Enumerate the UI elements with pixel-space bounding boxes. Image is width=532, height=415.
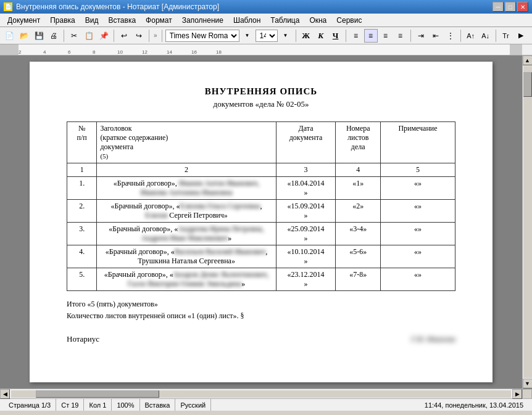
cell-note-2: «» [381, 200, 455, 223]
numrow-1: 1 [67, 163, 97, 177]
size-dropdown-icon[interactable]: ▼ [279, 29, 293, 43]
cell-desc-2: «Брачный договор», «Елизова Ольга Сергее… [97, 200, 276, 223]
table-row: 4. «Брачный договор», «Васильев Василий … [67, 245, 455, 268]
th-num: №п/п [67, 122, 97, 163]
title-bar: 📄 Внутренняя опись документов - Нотариат… [0, 0, 532, 14]
cell-num-5: 5. [67, 268, 97, 291]
status-col: Кол 1 [84, 399, 112, 411]
menu-insert[interactable]: Вставка [104, 15, 141, 26]
underline-button[interactable]: Ч [329, 29, 343, 43]
numberedlist-button[interactable]: ⋮ [444, 29, 457, 43]
numrow-2: 2 [97, 163, 276, 177]
new-button[interactable]: 📄 [2, 29, 16, 43]
open-button[interactable]: 📂 [17, 29, 31, 43]
th-desc: Заголовок(краткое содержание)документа(5… [97, 122, 276, 163]
paste-button[interactable]: 📌 [97, 29, 110, 43]
menu-view[interactable]: Вид [80, 15, 104, 26]
notary-signature: Г.И. Иванова [411, 334, 455, 344]
ruler-corner [522, 44, 532, 55]
align-left-button[interactable]: ≡ [349, 29, 363, 43]
spell-button[interactable]: Тr [499, 29, 513, 43]
save-button[interactable]: 💾 [32, 29, 46, 43]
cell-date-3: «25.09.2014» [276, 223, 336, 245]
th-date: Датадокумента [276, 122, 336, 163]
ruler-mark-18: 18 [216, 49, 222, 55]
app-icon: 📄 [4, 2, 12, 11]
footer-line2: Количество листов внутренней описи «1 (о… [67, 310, 455, 322]
cell-desc-1: «Брачный договор», Иванин Антон Иванович… [97, 177, 276, 200]
blurred-name-2b: Елизов [145, 211, 167, 220]
ruler-mark-10: 10 [117, 49, 123, 55]
scroll-thumb[interactable] [523, 72, 532, 97]
close-button[interactable]: ✕ [517, 2, 528, 12]
outdent-button[interactable]: ⇤ [429, 29, 443, 43]
bold-button[interactable]: Ж [299, 29, 313, 43]
align-center-button[interactable]: ≡ [364, 29, 378, 43]
menu-fill[interactable]: Заполнение [177, 15, 228, 26]
fontsize-up-button[interactable]: A↑ [464, 29, 478, 43]
hscroll-thumb[interactable] [36, 390, 159, 398]
table-row: 2. «Брачный договор», «Елизова Ольга Сер… [67, 200, 455, 223]
cell-note-4: «» [381, 245, 455, 268]
align-justify-button[interactable]: ≡ [394, 29, 407, 43]
document-scroll-area[interactable]: ВНУТРЕННЯЯ ОПИСЬ документов «дела № 02-0… [0, 55, 522, 388]
cell-desc-3: «Брачный договор», «Андреева Ирина Петро… [97, 223, 276, 245]
scroll-left-button[interactable]: ◀ [0, 389, 10, 399]
redo-button[interactable]: ↪ [132, 29, 146, 43]
document-title: ВНУТРЕННЯЯ ОПИСЬ [67, 86, 455, 97]
cell-num-1: 1. [67, 177, 97, 200]
menu-bar: Документ Правка Вид Вставка Формат Запол… [0, 14, 532, 27]
separator-9 [496, 30, 496, 42]
font-name-select[interactable]: Times New Roman [165, 30, 239, 42]
print-button[interactable]: 🖨 [47, 29, 60, 43]
menu-windows[interactable]: Окна [304, 15, 331, 26]
indent-button[interactable]: ⇥ [414, 29, 428, 43]
cell-pages-5: «7-8» [336, 268, 381, 291]
undo-button[interactable]: ↩ [117, 29, 131, 43]
italic-button[interactable]: К [314, 29, 328, 43]
window-title: Внутренняя опись документов - Нотариат [… [16, 2, 493, 11]
cell-pages-1: «1» [336, 177, 381, 200]
menu-table[interactable]: Таблица [265, 15, 304, 26]
cell-desc-5: «Брачный договор», «Захаров Денис Валент… [97, 268, 276, 291]
menu-document[interactable]: Документ [2, 15, 45, 26]
align-right-button[interactable]: ≡ [379, 29, 393, 43]
scroll-up-button[interactable]: ▲ [523, 55, 533, 65]
menu-template[interactable]: Шаблон [228, 15, 265, 26]
separator-6 [346, 30, 346, 42]
cell-date-4: «10.10.2014» [276, 245, 336, 268]
scroll-right-button[interactable]: ▶ [512, 389, 522, 399]
hscroll-track[interactable] [11, 390, 511, 398]
copy-button[interactable]: 📋 [82, 29, 96, 43]
ruler-mark-2: 2 [19, 49, 21, 55]
minimize-button[interactable]: ─ [493, 2, 504, 12]
ruler-left-margin [0, 44, 19, 55]
menu-service[interactable]: Сервис [331, 15, 367, 26]
scroll-track[interactable] [523, 66, 532, 378]
window-controls: ─ □ ✕ [493, 2, 528, 12]
blurred-name-1: Иванин Антон Иванович, Иванова Антонина … [141, 179, 260, 197]
status-datetime: 11:44, понедельник, 13.04.2015 [420, 399, 528, 411]
scroll-down-button[interactable]: ▼ [523, 379, 533, 388]
toolbar: 📄 📂 💾 🖨 ✂ 📋 📌 ↩ ↪ » Times New Roman ▼ 14… [0, 27, 532, 44]
notary-section: Нотариус Г.И. Иванова [67, 334, 455, 344]
cell-num-3: 3. [67, 223, 97, 245]
menu-format[interactable]: Формат [141, 15, 177, 26]
numrow-4: 4 [336, 163, 381, 177]
blurred-name-5: Захаров Денис Валентинович, Галло Виктор… [128, 270, 268, 288]
numrow-3: 3 [276, 163, 336, 177]
blurred-name-4: Васильев Василий Иванович [175, 247, 266, 256]
font-dropdown-icon[interactable]: ▼ [241, 29, 254, 43]
font-size-select[interactable]: 14 [256, 30, 278, 42]
th-pages: Номералистовдела [336, 122, 381, 163]
menu-edit[interactable]: Правка [45, 15, 80, 26]
horizontal-scrollbar[interactable]: ◀ ▶ [0, 389, 522, 398]
maximize-button[interactable]: □ [505, 2, 516, 12]
cut-button[interactable]: ✂ [67, 29, 81, 43]
vertical-scrollbar[interactable]: ▲ ▼ [522, 55, 532, 388]
status-page: Страница 1/3 [4, 399, 56, 411]
cell-date-2: «15.09.2014» [276, 200, 336, 223]
fontsize-down-button[interactable]: A↓ [479, 29, 493, 43]
more-button[interactable]: ▶ [514, 29, 528, 43]
cell-note-3: «» [381, 223, 455, 245]
